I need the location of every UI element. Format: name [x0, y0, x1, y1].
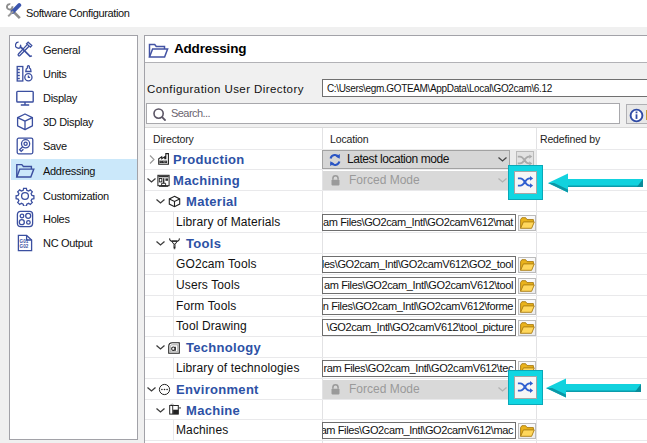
svg-text:G02: G02 — [20, 244, 29, 249]
